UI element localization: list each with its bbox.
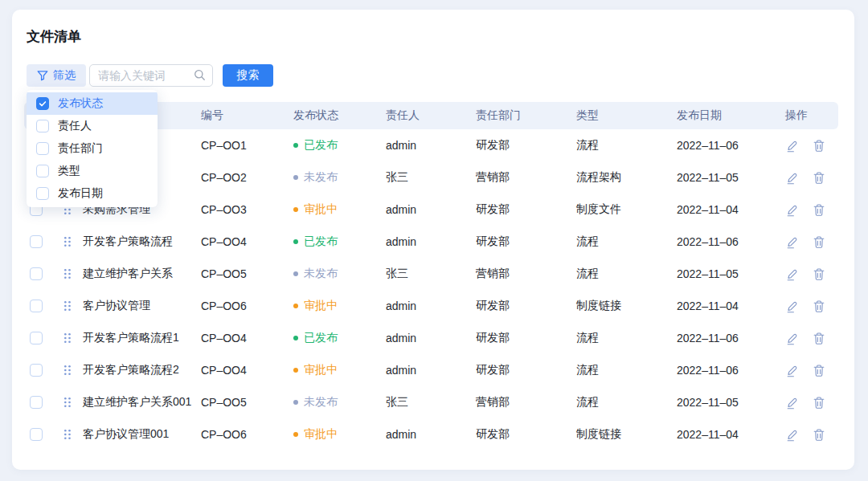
- publish-date: 2022–11–06: [677, 139, 785, 152]
- edit-button[interactable]: [785, 300, 799, 313]
- file-type: 流程: [576, 395, 677, 410]
- trash-icon: [813, 396, 825, 410]
- edit-button[interactable]: [785, 203, 799, 217]
- publish-date: 2022–11–06: [677, 235, 785, 248]
- delete-button[interactable]: [813, 203, 825, 217]
- status-badge: 审批中: [293, 427, 386, 442]
- filter-option-0[interactable]: 发布状态: [27, 92, 158, 115]
- file-code: CP–OO4: [201, 235, 293, 248]
- status-label: 已发布: [304, 138, 338, 153]
- edit-button[interactable]: [785, 428, 799, 442]
- status-badge: 审批中: [293, 299, 386, 313]
- drag-handle-icon[interactable]: [63, 300, 72, 312]
- delete-button[interactable]: [813, 332, 825, 345]
- filter-funnel-icon: [37, 70, 48, 81]
- row-actions: [785, 139, 838, 153]
- filter-option-2[interactable]: 责任部门: [27, 137, 158, 160]
- edit-button[interactable]: [785, 139, 799, 153]
- filter-option-label: 责任人: [58, 119, 92, 133]
- filter-button-label: 筛选: [53, 68, 76, 83]
- edit-button[interactable]: [785, 332, 799, 345]
- delete-button[interactable]: [813, 364, 825, 377]
- drag-handle-icon[interactable]: [63, 268, 72, 279]
- edit-button[interactable]: [785, 364, 799, 377]
- delete-button[interactable]: [813, 171, 825, 185]
- status-badge: 审批中: [293, 363, 386, 377]
- publish-date: 2022–11–06: [677, 364, 785, 377]
- department: 研发部: [476, 138, 576, 153]
- owner: admin: [386, 203, 476, 216]
- file-code: CP–OO5: [201, 267, 293, 280]
- delete-button[interactable]: [813, 267, 825, 281]
- owner: 张三: [386, 170, 476, 185]
- filter-option-3[interactable]: 类型: [27, 160, 158, 182]
- filter-option-4[interactable]: 发布日期: [27, 182, 158, 205]
- owner: admin: [386, 235, 476, 248]
- delete-button[interactable]: [813, 235, 825, 249]
- edit-pencil-icon: [785, 203, 799, 217]
- unchecked-checkbox[interactable]: [36, 142, 49, 155]
- row-checkbox[interactable]: [30, 267, 43, 280]
- edit-button[interactable]: [785, 235, 799, 249]
- file-name: 开发客户策略流程1: [83, 331, 201, 345]
- drag-handle-icon[interactable]: [63, 332, 72, 344]
- trash-icon: [813, 139, 825, 153]
- status-label: 未发布: [304, 170, 338, 185]
- delete-button[interactable]: [813, 428, 825, 442]
- delete-button[interactable]: [813, 139, 825, 153]
- edit-button[interactable]: [785, 267, 799, 281]
- check-icon: [38, 99, 47, 108]
- delete-button[interactable]: [813, 396, 825, 410]
- row-checkbox[interactable]: [30, 396, 43, 409]
- drag-handle-icon[interactable]: [63, 397, 72, 408]
- filter-option-1[interactable]: 责任人: [27, 115, 158, 137]
- table-row: 建立维护客户关系CP–OO5未发布张三营销部流程2022–11–05: [24, 258, 838, 290]
- department: 研发部: [476, 234, 576, 249]
- row-checkbox[interactable]: [30, 332, 43, 344]
- publish-date: 2022–11–06: [677, 332, 785, 344]
- col-header-type: 类型: [576, 108, 677, 123]
- unchecked-checkbox[interactable]: [36, 165, 49, 177]
- drag-handle-icon[interactable]: [63, 365, 72, 376]
- file-code: CP–OO6: [201, 300, 293, 312]
- owner: admin: [386, 300, 476, 312]
- row-checkbox[interactable]: [30, 235, 43, 248]
- file-type: 流程: [576, 267, 677, 281]
- file-code: CP–OO2: [201, 171, 293, 184]
- status-label: 已发布: [304, 331, 338, 345]
- edit-button[interactable]: [785, 396, 799, 410]
- edit-button[interactable]: [785, 171, 799, 185]
- checked-checkbox[interactable]: [36, 97, 49, 110]
- unchecked-checkbox[interactable]: [36, 187, 49, 200]
- row-actions: [785, 396, 838, 410]
- col-header-status: 发布状态: [293, 108, 386, 123]
- edit-pencil-icon: [785, 300, 799, 313]
- status-dot-icon: [293, 207, 298, 212]
- row-checkbox[interactable]: [30, 364, 43, 377]
- col-header-code: 编号: [201, 108, 293, 123]
- search-button[interactable]: 搜索: [223, 64, 273, 87]
- owner: 张三: [386, 395, 476, 410]
- row-actions: [785, 235, 838, 249]
- filter-option-label: 发布日期: [58, 186, 103, 201]
- department: 营销部: [476, 170, 576, 185]
- row-checkbox[interactable]: [30, 300, 43, 312]
- trash-icon: [813, 267, 825, 281]
- file-code: CP–OO4: [201, 332, 293, 344]
- file-type: 流程架构: [576, 170, 677, 185]
- drag-handle-icon[interactable]: [63, 236, 72, 247]
- unchecked-checkbox[interactable]: [36, 120, 49, 132]
- file-type: 制度链接: [576, 427, 677, 442]
- trash-icon: [813, 235, 825, 249]
- table-row: 开发客户策略流程1CP–OO4已发布admin研发部流程2022–11–06: [24, 322, 838, 354]
- file-type: 制度链接: [576, 299, 677, 313]
- table-row: 建立维护客户关系001CP–OO5未发布张三营销部流程2022–11–05: [24, 386, 838, 418]
- drag-handle-icon[interactable]: [63, 429, 72, 440]
- filter-button[interactable]: 筛选: [27, 64, 86, 87]
- trash-icon: [813, 300, 825, 313]
- file-name: 建立维护客户关系001: [83, 395, 201, 410]
- delete-button[interactable]: [813, 300, 825, 313]
- row-checkbox[interactable]: [30, 428, 43, 441]
- trash-icon: [813, 428, 825, 442]
- status-dot-icon: [293, 400, 298, 405]
